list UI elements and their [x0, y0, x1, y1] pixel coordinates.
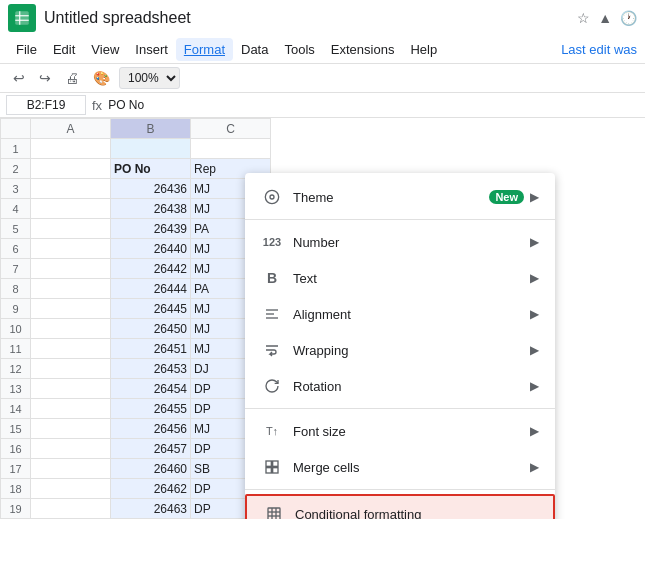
svg-rect-9 [266, 461, 271, 466]
drive-icon[interactable]: ▲ [598, 10, 612, 26]
table-row: 7 26442 MJ [1, 259, 271, 279]
print-button[interactable]: 🖨 [60, 67, 84, 89]
menu-format[interactable]: Format [176, 38, 233, 61]
table-row: 3 26436 MJ [1, 179, 271, 199]
format-dropdown-menu: Theme New ▶ 123 Number ▶ B Text ▶ [245, 173, 555, 519]
table-row: 2 PO No Rep [1, 159, 271, 179]
spreadsheet-title: Untitled spreadsheet [44, 9, 569, 27]
table-row: 4 26438 MJ [1, 199, 271, 219]
divider-1 [245, 219, 555, 220]
table-row: 16 26457 DP [1, 439, 271, 459]
col-header-row [1, 119, 31, 139]
rotation-label: Rotation [293, 379, 524, 394]
font-size-label: Font size [293, 424, 524, 439]
redo-button[interactable]: ↪ [34, 67, 56, 89]
font-size-icon: T↑ [261, 420, 283, 442]
alignment-icon [261, 303, 283, 325]
menu-view[interactable]: View [83, 38, 127, 61]
col-header-c[interactable]: C [191, 119, 271, 139]
table-row: 17 26460 SB [1, 459, 271, 479]
app-icon [8, 4, 36, 32]
history-icon[interactable]: 🕐 [620, 10, 637, 26]
menu-item-font-size[interactable]: T↑ Font size ▶ [245, 413, 555, 449]
table-row: 9 26445 MJ [1, 299, 271, 319]
theme-icon [261, 186, 283, 208]
last-edit-text: Last edit was [561, 42, 637, 57]
menu-tools[interactable]: Tools [276, 38, 322, 61]
rotation-icon [261, 375, 283, 397]
table-row: 1 [1, 139, 271, 159]
svg-rect-0 [15, 11, 29, 25]
col-header-b[interactable]: B [111, 119, 191, 139]
menu-item-conditional-formatting[interactable]: Conditional formatting [245, 494, 555, 519]
paint-format-button[interactable]: 🎨 [88, 67, 115, 89]
merge-cells-label: Merge cells [293, 460, 524, 475]
star-icon[interactable]: ☆ [577, 10, 590, 26]
table-row: 15 26456 MJ [1, 419, 271, 439]
merge-cells-icon [261, 456, 283, 478]
table-row: 6 26440 MJ [1, 239, 271, 259]
menu-bar: File Edit View Insert Format Data Tools … [0, 36, 645, 64]
divider-3 [245, 489, 555, 490]
spreadsheet-table: A B C 1 2 PO No Rep [0, 118, 271, 519]
alignment-arrow: ▶ [530, 307, 539, 321]
menu-item-theme[interactable]: Theme New ▶ [245, 179, 555, 215]
conditional-formatting-icon [263, 503, 285, 519]
number-label: Number [293, 235, 524, 250]
table-row: 5 26439 PA [1, 219, 271, 239]
number-arrow: ▶ [530, 235, 539, 249]
text-label: Text [293, 271, 524, 286]
table-row: 11 26451 MJ [1, 339, 271, 359]
spreadsheet-area: A B C 1 2 PO No Rep [0, 118, 645, 519]
rotation-arrow: ▶ [530, 379, 539, 393]
top-bar: Untitled spreadsheet ☆ ▲ 🕐 [0, 0, 645, 36]
menu-edit[interactable]: Edit [45, 38, 83, 61]
toolbar: ↩ ↪ 🖨 🎨 100% [0, 64, 645, 93]
conditional-formatting-label: Conditional formatting [295, 507, 537, 520]
menu-extensions[interactable]: Extensions [323, 38, 403, 61]
table-row: 18 26462 DP [1, 479, 271, 499]
menu-insert[interactable]: Insert [127, 38, 176, 61]
formula-bar: B2:F19 fx [0, 93, 645, 118]
theme-arrow: ▶ [530, 190, 539, 204]
svg-point-4 [265, 190, 278, 203]
svg-rect-13 [268, 508, 280, 519]
menu-data[interactable]: Data [233, 38, 276, 61]
menu-item-number[interactable]: 123 Number ▶ [245, 224, 555, 260]
menu-item-wrapping[interactable]: Wrapping ▶ [245, 332, 555, 368]
svg-rect-11 [266, 468, 271, 473]
wrapping-icon [261, 339, 283, 361]
cell-reference[interactable]: B2:F19 [6, 95, 86, 115]
table-row: 13 26454 DP [1, 379, 271, 399]
text-icon: B [261, 267, 283, 289]
menu-item-merge-cells[interactable]: Merge cells ▶ [245, 449, 555, 485]
alignment-label: Alignment [293, 307, 524, 322]
undo-button[interactable]: ↩ [8, 67, 30, 89]
theme-label: Theme [293, 190, 481, 205]
svg-point-5 [270, 195, 274, 199]
menu-item-text[interactable]: B Text ▶ [245, 260, 555, 296]
text-arrow: ▶ [530, 271, 539, 285]
wrapping-label: Wrapping [293, 343, 524, 358]
table-row: 14 26455 DP [1, 399, 271, 419]
table-row: 8 26444 PA [1, 279, 271, 299]
svg-rect-10 [273, 461, 278, 466]
menu-file[interactable]: File [8, 38, 45, 61]
svg-rect-12 [273, 468, 278, 473]
table-row: 19 26463 DP [1, 499, 271, 519]
number-icon: 123 [261, 231, 283, 253]
font-size-arrow: ▶ [530, 424, 539, 438]
menu-item-alignment[interactable]: Alignment ▶ [245, 296, 555, 332]
zoom-select[interactable]: 100% [119, 67, 180, 89]
merge-cells-arrow: ▶ [530, 460, 539, 474]
table-row: 10 26450 MJ [1, 319, 271, 339]
fx-label: fx [92, 98, 102, 113]
divider-2 [245, 408, 555, 409]
table-row: 12 26453 DJ [1, 359, 271, 379]
menu-item-rotation[interactable]: Rotation ▶ [245, 368, 555, 404]
wrapping-arrow: ▶ [530, 343, 539, 357]
new-badge: New [489, 190, 524, 204]
col-header-a[interactable]: A [31, 119, 111, 139]
formula-input[interactable] [108, 98, 639, 112]
menu-help[interactable]: Help [402, 38, 445, 61]
